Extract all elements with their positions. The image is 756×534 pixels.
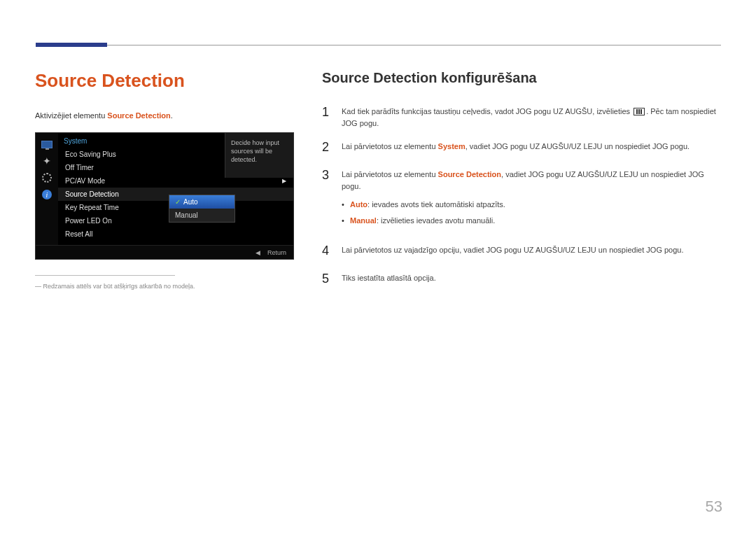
intro-suffix: . [171, 111, 173, 120]
bullet-term: Auto [350, 200, 368, 209]
step-term: Source Detection [438, 170, 501, 178]
osd-submenu-label: Auto [183, 198, 198, 206]
step-text: Lai pārvietotos uz vajadzīgo opciju, vad… [342, 246, 684, 254]
intro-text: Aktivizējiet elementu Source Detection. [35, 111, 294, 120]
info-icon: i [40, 188, 54, 202]
step-3: 3 Lai pārvietotos uz elementu Source Det… [322, 166, 721, 233]
steps-list: 1 Kad tiek parādīts funkcijas taustiņu c… [322, 103, 721, 289]
section-title: Source Detection konfigurēšana [322, 70, 721, 86]
intro-prefix: Aktivizējiet elementu [35, 111, 107, 120]
bullet-list: Auto: ievades avots tiek automātiski atp… [342, 197, 721, 229]
step-text: Tiks iestatīta atlasītā opcija. [342, 274, 436, 282]
step-term: System [438, 142, 465, 150]
osd-submenu-item-selected: ✓Auto [169, 195, 234, 209]
right-column: Source Detection konfigurēšana 1 Kad tie… [322, 70, 721, 297]
step-4: 4 Lai pārvietotos uz vajadzīgo opciju, v… [322, 241, 721, 261]
page-number: 53 [706, 498, 722, 516]
osd-row: Reset All [58, 227, 293, 241]
osd-submenu-label: Manual [175, 211, 198, 219]
osd-row-label: Reset All [65, 230, 92, 238]
gear-icon [40, 171, 54, 185]
bullet-term: Manual [350, 216, 377, 225]
bullet-text: : izvēlieties ievades avotu manuāli. [377, 216, 495, 225]
osd-row-label: Power LED On [65, 217, 112, 225]
header-accent [36, 43, 107, 47]
step-text: , vadiet JOG pogu UZ AUGŠU/UZ LEJU un no… [465, 142, 690, 150]
osd-submenu-item: Manual [169, 209, 234, 222]
step-number: 1 [322, 103, 342, 129]
footnote-rule [35, 275, 175, 276]
osd-row-label: Off Timer [65, 164, 94, 171]
bullet-item: Auto: ievades avots tiek automātiski atp… [342, 197, 721, 213]
osd-submenu: ✓Auto Manual [169, 195, 235, 223]
step-number: 2 [322, 138, 342, 157]
page-title: Source Detection [35, 70, 294, 92]
step-number: 3 [322, 166, 342, 233]
osd-footer-return: Return [267, 249, 286, 256]
step-text: Lai pārvietotos uz elementu [342, 142, 438, 150]
step-5: 5 Tiks iestatīta atlasītā opcija. [322, 269, 721, 289]
osd-tooltip: Decide how input sources will be detecte… [225, 133, 293, 178]
bullet-item: Manual: izvēlieties ievades avotu manuāl… [342, 213, 721, 229]
step-number: 5 [322, 269, 342, 289]
osd-body: ✦ i System Decide how input sources will… [36, 133, 293, 245]
osd-footer: ◀ Return [36, 245, 293, 259]
step-body: Lai pārvietotos uz elementu Source Detec… [342, 166, 721, 233]
osd-footer-nav: ◀ [255, 249, 260, 256]
step-text: Lai pārvietotos uz elementu [342, 170, 438, 178]
step-body: Lai pārvietotos uz elementu System, vadi… [342, 138, 690, 157]
osd-row-label: PC/AV Mode [65, 177, 105, 185]
osd-row-label: Source Detection [65, 190, 119, 198]
step-body: Kad tiek parādīts funkcijas taustiņu ceļ… [342, 103, 721, 129]
monitor-icon [40, 137, 54, 151]
step-body: Lai pārvietotos uz vajadzīgo opciju, vad… [342, 241, 684, 261]
footnote: Redzamais attēls var būt atšķirīgs atkar… [35, 283, 294, 290]
left-column: Source Detection Aktivizējiet elementu S… [35, 70, 294, 297]
osd-row-value: ▶ [282, 178, 286, 184]
osd-row-label: Eco Saving Plus [65, 150, 116, 158]
osd-sidebar-icons: ✦ i [36, 133, 58, 245]
bullet-text: : ievades avots tiek automātiski atpazīt… [368, 200, 505, 209]
header-rule [36, 45, 721, 45]
osd-menu: System Decide how input sources will be … [58, 133, 293, 245]
step-body: Tiks iestatīta atlasītā opcija. [342, 269, 436, 289]
step-text: Kad tiek parādīts funkcijas taustiņu ceļ… [342, 107, 632, 115]
step-2: 2 Lai pārvietotos uz elementu System, va… [322, 138, 721, 157]
star-icon: ✦ [40, 154, 54, 168]
osd-screenshot: ✦ i System Decide how input sources will… [35, 132, 294, 260]
step-number: 4 [322, 241, 342, 261]
step-1: 1 Kad tiek parādīts funkcijas taustiņu c… [322, 103, 721, 129]
osd-row-label: Key Repeat Time [65, 204, 119, 211]
check-icon: ✓ [175, 198, 181, 206]
menu-icon [634, 108, 645, 115]
intro-term: Source Detection [107, 111, 170, 120]
